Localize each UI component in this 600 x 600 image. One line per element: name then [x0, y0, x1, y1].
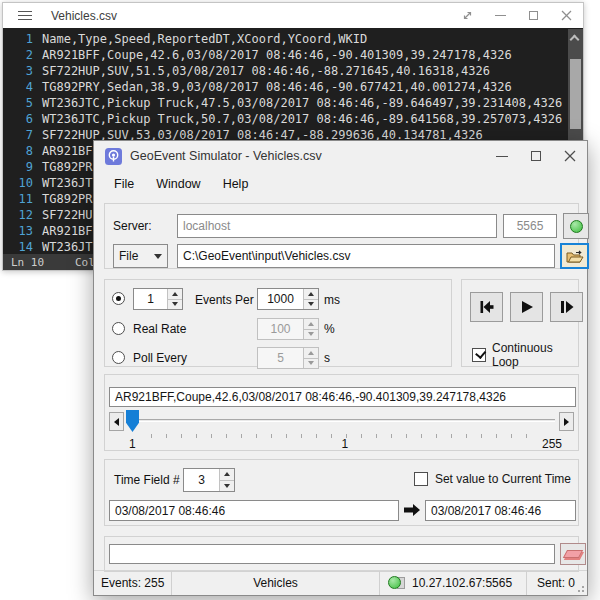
- slider-right-button[interactable]: [559, 412, 574, 431]
- real-rate-label: Real Rate: [133, 322, 186, 336]
- sent-count-text: Sent: 0: [537, 576, 575, 590]
- editor-line: 1Name,Type,Speed,ReportedDT,XCoord,YCoor…: [3, 31, 568, 47]
- line-number: 3: [3, 63, 33, 79]
- simulator-window-controls: [485, 141, 587, 171]
- connected-green-icon: [388, 576, 405, 590]
- source-type-value: File: [119, 249, 138, 263]
- spin-up-icon[interactable]: [304, 289, 318, 299]
- continuous-loop-label: Continuous Loop: [492, 341, 578, 369]
- clear-log-button[interactable]: [560, 543, 586, 565]
- close-icon[interactable]: [553, 141, 587, 171]
- spin-down-icon[interactable]: [304, 299, 318, 310]
- arrow-right-icon: [564, 418, 569, 426]
- menu-help[interactable]: Help: [212, 174, 260, 194]
- scroll-up-icon[interactable]: [570, 35, 580, 45]
- resize-grip[interactable]: [574, 582, 584, 592]
- play-button[interactable]: [510, 292, 543, 322]
- slider-track[interactable]: [128, 419, 555, 422]
- time-from-field[interactable]: 03/08/2017 08:46:46: [109, 500, 399, 521]
- events-count-value: 1: [134, 289, 167, 309]
- menu-window[interactable]: Window: [145, 174, 211, 194]
- line-text: SF722HU: [42, 207, 93, 223]
- maximize-icon[interactable]: [517, 3, 550, 28]
- editor-line: 3SF722HUP,SUV,51.5,03/08/2017 08:46:46,-…: [3, 63, 568, 79]
- events-count-spinner[interactable]: 1: [133, 288, 183, 310]
- skip-to-start-icon: [479, 300, 495, 314]
- slider-max-label: 255: [542, 437, 562, 451]
- time-field-label: Time Field #: [114, 473, 180, 487]
- editor-line: 4TG892PRY,Sedan,38.9,03/08/2017 08:46:46…: [3, 79, 568, 95]
- seconds-unit-label: s: [324, 351, 330, 365]
- editor-window-controls: [451, 3, 583, 28]
- step-button[interactable]: [550, 292, 583, 322]
- line-text: TG892PR: [42, 191, 93, 207]
- skip-to-start-button[interactable]: [470, 292, 503, 322]
- line-text: SF722HUP,SUV,51.5,03/08/2017 08:46:46,-8…: [42, 63, 490, 79]
- line-text: WT236JTC,Pickup Truck,47.5,03/08/2017 08…: [42, 95, 562, 111]
- line-text: TG892PR: [42, 159, 93, 175]
- log-field[interactable]: [109, 544, 555, 564]
- line-number: 13: [3, 223, 33, 239]
- chevron-down-icon: [154, 254, 162, 259]
- line-number: 10: [3, 175, 33, 191]
- spin-up-icon[interactable]: [220, 469, 234, 480]
- poll-every-radio[interactable]: [112, 351, 125, 364]
- connection-green-icon: [570, 220, 583, 233]
- minimize-icon[interactable]: [485, 141, 519, 171]
- events-interval-spinner[interactable]: 1000: [257, 288, 319, 310]
- line-number: 7: [3, 127, 33, 143]
- close-icon[interactable]: [550, 3, 583, 28]
- continuous-loop-checkbox[interactable]: [472, 348, 486, 362]
- poll-every-value: 5: [258, 348, 303, 368]
- simulator-titlebar: GeoEvent Simulator - Vehicles.csv: [94, 141, 587, 171]
- time-to-field[interactable]: 03/08/2017 08:46:46: [425, 500, 576, 521]
- restore-diagonal-icon[interactable]: [451, 3, 484, 28]
- time-field-spinner[interactable]: 3: [183, 468, 235, 492]
- real-rate-value: 100: [258, 319, 303, 339]
- minimize-icon[interactable]: [484, 3, 517, 28]
- arrow-left-icon: [114, 418, 119, 426]
- server-address-status: 10.27.102.67:5565: [412, 576, 512, 590]
- file-path-input[interactable]: C:\GeoEvent\input\Vehicles.csv: [177, 244, 555, 268]
- editor-titlebar: Vehicles.csv: [3, 3, 583, 28]
- connect-button[interactable]: [563, 213, 589, 239]
- poll-every-label: Poll Every: [133, 351, 187, 365]
- spin-up-icon[interactable]: [168, 289, 182, 299]
- spin-up-icon[interactable]: [304, 348, 318, 358]
- menu-file[interactable]: File: [103, 174, 145, 194]
- menu-hamburger-icon[interactable]: [18, 11, 32, 20]
- real-rate-radio[interactable]: [112, 322, 125, 335]
- spin-down-icon[interactable]: [304, 329, 318, 340]
- line-number: 8: [3, 143, 33, 159]
- spin-down-icon[interactable]: [168, 299, 182, 310]
- real-rate-spinner[interactable]: 100: [257, 318, 319, 340]
- open-file-button[interactable]: [560, 243, 589, 269]
- server-port-input[interactable]: 5565: [503, 214, 557, 238]
- events-per-label: Events Per: [195, 293, 254, 307]
- set-current-time-label: Set value to Current Time: [435, 472, 571, 486]
- line-number: 4: [3, 79, 33, 95]
- line-number: 6: [3, 111, 33, 127]
- maximize-icon[interactable]: [519, 141, 553, 171]
- line-number: 14: [3, 239, 33, 254]
- scrollbar-thumb[interactable]: [570, 59, 581, 129]
- source-type-select[interactable]: File: [113, 244, 168, 268]
- spin-down-icon[interactable]: [220, 480, 234, 492]
- spin-up-icon[interactable]: [304, 319, 318, 329]
- server-host-input[interactable]: localhost: [177, 214, 497, 238]
- open-folder-icon: [566, 249, 584, 264]
- slider-left-button[interactable]: [109, 412, 124, 431]
- line-text: WT236JT: [42, 175, 93, 191]
- line-number: 5: [3, 95, 33, 111]
- poll-every-spinner[interactable]: 5: [257, 347, 319, 369]
- set-current-time-checkbox[interactable]: [414, 472, 428, 486]
- slider-thumb[interactable]: [126, 410, 139, 432]
- line-number: 9: [3, 159, 33, 175]
- current-event-field[interactable]: AR921BFF,Coupe,42.6,03/08/2017 08:46:46,…: [109, 387, 576, 407]
- line-text: AR921BF: [42, 223, 93, 239]
- connection-group: Server: localhost 5565 File C:\GeoEvent\…: [104, 203, 579, 269]
- events-count-status: Events: 255: [94, 571, 171, 595]
- time-field-group: Time Field # 3 Set value to Current Time…: [104, 459, 579, 526]
- spin-down-icon[interactable]: [304, 358, 318, 369]
- events-per-radio[interactable]: [112, 292, 125, 305]
